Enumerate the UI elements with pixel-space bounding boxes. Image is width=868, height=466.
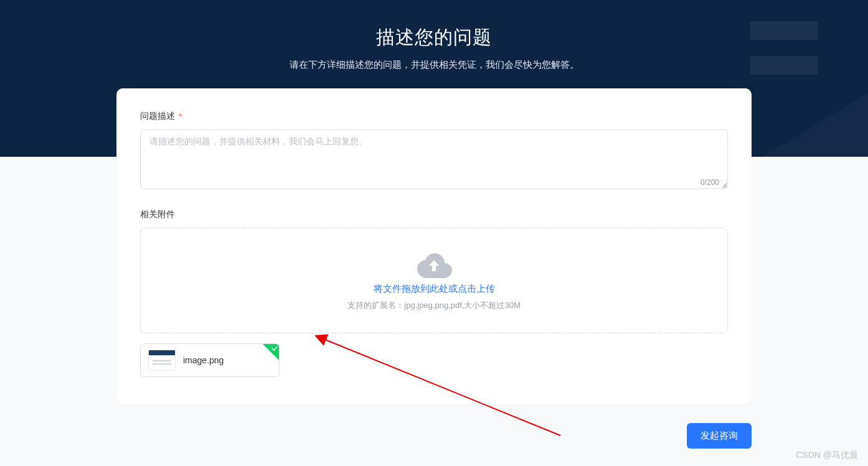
watermark: CSDN @马优晨 <box>796 450 858 461</box>
upload-success-icon <box>263 344 279 360</box>
page-header: 描述您的问题 请在下方详细描述您的问题，并提供相关凭证，我们会尽快为您解答。 <box>0 0 868 71</box>
file-thumbnail <box>148 350 176 371</box>
banner-triangle-decor <box>762 93 868 157</box>
upload-hint-text: 支持的扩展名：jpg,jpeg,png,pdf,大小不超过30M <box>347 300 520 311</box>
submit-button[interactable]: 发起咨询 <box>687 423 752 449</box>
uploaded-file-card[interactable]: image.png <box>140 343 280 377</box>
cloud-upload-icon <box>416 251 452 278</box>
page-subtitle: 请在下方详细描述您的问题，并提供相关凭证，我们会尽快为您解答。 <box>0 59 868 71</box>
description-input[interactable] <box>140 129 728 189</box>
required-mark: * <box>179 111 182 121</box>
description-label: 问题描述 * <box>140 111 728 122</box>
attachment-label: 相关附件 <box>140 209 728 220</box>
form-card: 问题描述 * 0/200 相关附件 将文件拖放到此处或点击上传 支持的扩展名：j… <box>116 88 752 404</box>
file-name: image.png <box>183 355 224 365</box>
page-title: 描述您的问题 <box>0 25 868 50</box>
actions-row: 发起咨询 <box>116 423 752 449</box>
upload-zone[interactable]: 将文件拖放到此处或点击上传 支持的扩展名：jpg,jpeg,png,pdf,大小… <box>140 228 728 333</box>
upload-main-text: 将文件拖放到此处或点击上传 <box>374 283 495 295</box>
